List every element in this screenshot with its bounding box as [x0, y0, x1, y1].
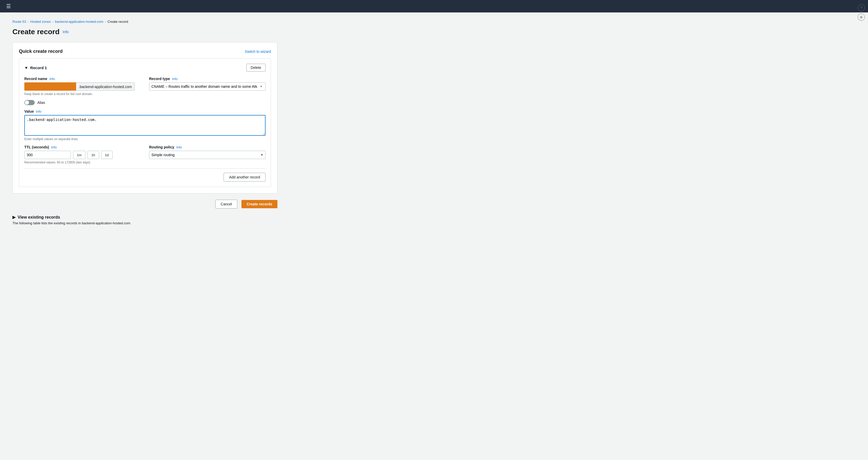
routing-policy-select[interactable]: Simple routing Weighted Latency Failover…	[149, 151, 266, 159]
record-name-hint: Keep blank to create a record for the ro…	[24, 92, 141, 96]
card-title: Quick create record	[19, 49, 63, 54]
help-icon-button[interactable]: ?	[858, 4, 865, 11]
value-hint: Enter multiple values on separate lines.	[24, 137, 266, 141]
record-type-select[interactable]: A – Routes traffic to an IPv4 address AA…	[149, 82, 266, 91]
main-content: Route 53 › Hosted zones › backend-applic…	[0, 0, 290, 237]
alias-slider	[24, 100, 35, 105]
collapse-icon[interactable]: ▼	[24, 65, 28, 70]
value-group: Value Info <span style="background:#e07b…	[24, 109, 266, 141]
create-records-button[interactable]: Create records	[242, 200, 277, 208]
ttl-1h-button[interactable]: 1h	[88, 151, 99, 159]
switch-to-wizard-link[interactable]: Switch to wizard	[245, 50, 271, 54]
ttl-1d-button[interactable]: 1d	[101, 151, 113, 159]
view-existing-expand-icon: ▶	[12, 215, 16, 220]
record-type-label-row: Record type Info	[149, 77, 266, 81]
routing-policy-label-row: Routing policy Info	[149, 145, 266, 149]
top-bar: ☰	[0, 0, 868, 12]
add-another-record-button[interactable]: Add another record	[224, 173, 266, 181]
breadcrumb-route53[interactable]: Route 53	[12, 20, 26, 24]
value-label-row: Value Info	[24, 109, 266, 113]
record-name-group: Record name Info .backend-application-ho…	[24, 77, 141, 96]
ttl-info-link[interactable]: Info	[51, 145, 57, 149]
breadcrumb-current: Create record	[107, 20, 128, 24]
routing-select-wrapper: Simple routing Weighted Latency Failover…	[149, 151, 266, 159]
page-title-row: Create record Info	[12, 28, 277, 36]
ttl-label-row: TTL (seconds) Info	[24, 145, 141, 149]
record-type-group: Record type Info A – Routes traffic to a…	[149, 77, 266, 96]
ttl-input[interactable]	[24, 151, 71, 159]
page-title: Create record	[12, 28, 60, 36]
ttl-label: TTL (seconds)	[24, 145, 49, 149]
alias-toggle[interactable]	[24, 100, 35, 105]
record-name-type-row: Record name Info .backend-application-ho…	[24, 77, 266, 96]
breadcrumb: Route 53 › Hosted zones › backend-applic…	[12, 20, 277, 24]
record-name-label: Record name	[24, 77, 48, 81]
view-existing-label: View existing records	[18, 215, 60, 220]
ttl-input-row: 1m 1h 1d	[24, 151, 141, 159]
breadcrumb-sep-3: ›	[105, 20, 106, 24]
ttl-group: TTL (seconds) Info 1m 1h 1d Recommended …	[24, 145, 141, 164]
record-section-header: ▼ Record 1 Delete	[24, 64, 266, 71]
settings-icon-button[interactable]: ⊕	[858, 13, 865, 21]
record-type-label: Record type	[149, 77, 170, 81]
cancel-button[interactable]: Cancel	[215, 200, 238, 208]
record-name-input[interactable]	[24, 82, 76, 91]
action-row: Cancel Create records	[12, 200, 277, 208]
value-textarea[interactable]: <span style="background:#e07b17;color:#e…	[24, 115, 266, 136]
routing-policy-info-link[interactable]: Info	[176, 145, 182, 149]
record-name-info-link[interactable]: Info	[50, 77, 55, 81]
ttl-1m-button[interactable]: 1m	[73, 151, 85, 159]
hamburger-icon[interactable]: ☰	[4, 2, 13, 10]
record-name-input-row: .backend-application-hosted.com	[24, 82, 141, 91]
value-info-link[interactable]: Info	[36, 110, 42, 113]
alias-label: Alias	[37, 100, 45, 105]
view-existing-section: ▶ View existing records The following ta…	[12, 215, 277, 225]
record-type-info-link[interactable]: Info	[172, 77, 178, 81]
breadcrumb-hosted-zones[interactable]: Hosted zones	[30, 20, 51, 24]
ttl-hint: Recommended values: 60 to 172800 (two da…	[24, 161, 141, 164]
routing-policy-label: Routing policy	[149, 145, 174, 149]
quick-create-record-card: Quick create record Switch to wizard ▼ R…	[12, 42, 277, 194]
breadcrumb-domain[interactable]: backend-application-hosted.com	[55, 20, 103, 24]
alias-row: Alias	[24, 100, 266, 105]
value-label: Value	[24, 109, 34, 113]
view-existing-description: The following table lists the existing r…	[12, 221, 277, 225]
record-name-label-row: Record name Info	[24, 77, 141, 81]
record-section: ▼ Record 1 Delete Record name Info .back…	[19, 58, 271, 187]
record-label: ▼ Record 1	[24, 65, 47, 70]
routing-policy-group: Routing policy Info Simple routing Weigh…	[149, 145, 266, 164]
page-info-link[interactable]: Info	[63, 30, 69, 34]
card-header: Quick create record Switch to wizard	[19, 49, 271, 54]
add-another-record-row: Add another record	[24, 168, 266, 181]
breadcrumb-sep-2: ›	[52, 20, 53, 24]
delete-button[interactable]: Delete	[246, 64, 266, 71]
ttl-routing-row: TTL (seconds) Info 1m 1h 1d Recommended …	[24, 145, 266, 164]
view-existing-header[interactable]: ▶ View existing records	[12, 215, 277, 220]
breadcrumb-sep-1: ›	[28, 20, 29, 24]
record-label-text: Record 1	[30, 65, 47, 70]
record-name-suffix: .backend-application-hosted.com	[76, 82, 134, 91]
right-icons-panel: ? ⊕	[855, 0, 868, 25]
record-type-select-wrapper: A – Routes traffic to an IPv4 address AA…	[149, 82, 266, 91]
